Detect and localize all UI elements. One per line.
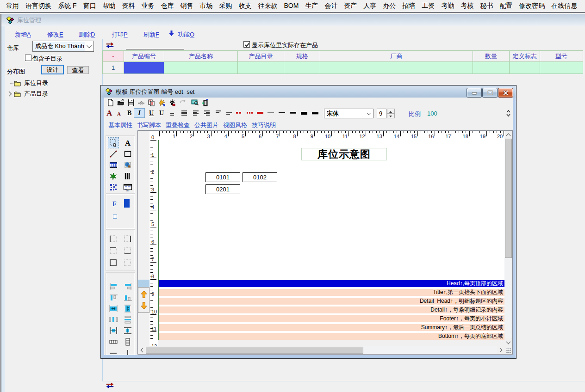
- menu-item[interactable]: 资产: [341, 0, 360, 12]
- row-selector-header[interactable]: -: [103, 51, 124, 61]
- show-products-checkbox[interactable]: [243, 41, 250, 48]
- editor-tab[interactable]: 基本属性: [108, 121, 132, 129]
- toolbar-link-E[interactable]: 修改E: [47, 31, 63, 39]
- menu-item[interactable]: 采购: [216, 0, 235, 12]
- scroll-up-icon[interactable]: [504, 131, 512, 139]
- menu-item[interactable]: 人事: [360, 0, 380, 12]
- close-button[interactable]: [498, 88, 513, 98]
- report-band-detail[interactable]: Detail↑，每条明细记录的内容: [159, 306, 504, 313]
- select-tool[interactable]: [108, 138, 118, 148]
- line-3px-icon[interactable]: [289, 111, 297, 115]
- toolbar-link-O[interactable]: 功能O: [178, 31, 194, 39]
- column-header[interactable]: 型号: [540, 51, 583, 61]
- spin-up-icon[interactable]: [387, 109, 395, 114]
- menu-item[interactable]: 秘书: [477, 0, 496, 12]
- editor-tab[interactable]: 书写脚本: [137, 121, 161, 129]
- font-large-button[interactable]: A: [106, 109, 112, 118]
- valign-middle-icon[interactable]: [226, 110, 232, 116]
- align-center-icon[interactable]: [181, 110, 187, 116]
- editor-tab[interactable]: 重叠检查: [166, 121, 190, 129]
- font-small-button[interactable]: A: [117, 111, 121, 116]
- editor-titlebar[interactable]: 模板 库位位置图 编号 edt_set: [101, 86, 516, 98]
- scroll-right-icon[interactable]: [497, 346, 504, 354]
- menu-item[interactable]: 会计: [321, 0, 341, 12]
- horizontal-scroll-thumb[interactable]: [146, 347, 363, 354]
- menu-item[interactable]: 语言切换: [22, 0, 55, 12]
- column-header[interactable]: 数量: [473, 51, 509, 61]
- swap-arrows-icon[interactable]: [106, 42, 114, 48]
- swap-arrows-icon[interactable]: [106, 382, 114, 388]
- undo-disabled-icon[interactable]: [180, 99, 187, 106]
- menu-item[interactable]: 修改密码: [516, 0, 548, 12]
- grid-rows-button[interactable]: [123, 336, 133, 347]
- tree-item[interactable]: 库位目录: [14, 80, 48, 87]
- insert-star-icon[interactable]: [158, 99, 166, 106]
- line-1px-icon[interactable]: [267, 111, 274, 115]
- table-tool[interactable]: [108, 160, 118, 170]
- location-cell-box[interactable]: 0101: [205, 172, 240, 182]
- include-subdir-checkbox[interactable]: [25, 55, 31, 61]
- move-band-up-icon[interactable]: [141, 290, 147, 298]
- report-band-footer[interactable]: Footer↑，每页的小计区域: [159, 315, 504, 322]
- toolbar-link-P[interactable]: 打印P: [112, 31, 128, 39]
- table-cell[interactable]: [540, 62, 583, 74]
- align-bottom-button[interactable]: [123, 292, 133, 303]
- menu-item[interactable]: 往来款: [255, 0, 280, 12]
- scroll-left-icon[interactable]: [138, 346, 146, 354]
- table-cell[interactable]: [284, 62, 320, 74]
- border-all-button[interactable]: [108, 257, 118, 269]
- menu-item[interactable]: 销售: [177, 0, 196, 12]
- align-left-icon[interactable]: [193, 110, 199, 116]
- menu-item[interactable]: 在线信息: [548, 0, 580, 12]
- updown-spinner-icon[interactable]: [506, 109, 511, 117]
- qrcode-tool[interactable]: [108, 182, 118, 192]
- copy-icon[interactable]: [148, 99, 155, 106]
- menu-item[interactable]: 配置: [496, 0, 516, 12]
- table-cell[interactable]: [124, 62, 164, 74]
- center-v-button[interactable]: [123, 303, 133, 314]
- column-header[interactable]: 产品目录: [238, 51, 284, 61]
- preview-icon[interactable]: [137, 99, 145, 106]
- menu-item[interactable]: 考勤: [438, 0, 457, 12]
- column-header[interactable]: 产品名称: [164, 51, 237, 61]
- location-cell-box[interactable]: 0201: [205, 184, 240, 194]
- align-top-button[interactable]: [108, 292, 118, 303]
- editor-tab[interactable]: 技巧说明: [252, 121, 276, 129]
- menu-item[interactable]: 系统 F: [55, 0, 80, 12]
- menu-item[interactable]: 工资: [418, 0, 438, 12]
- rect-tool[interactable]: [123, 149, 133, 159]
- vertical-scroll-thumb[interactable]: [505, 139, 512, 258]
- open-folder-icon[interactable]: [117, 99, 124, 106]
- red-thick-line-icon[interactable]: [256, 111, 264, 115]
- underline-button[interactable]: U: [149, 110, 154, 117]
- font-combobox-arrow-icon[interactable]: [365, 109, 373, 118]
- line-6px-icon[interactable]: [300, 111, 308, 116]
- report-band-title[interactable]: Title↑,第一页抬头下面的区域: [159, 289, 504, 296]
- row-number-cell[interactable]: 1: [103, 62, 124, 74]
- menu-item[interactable]: 资料: [118, 0, 138, 12]
- tree-item[interactable]: 产品目录: [14, 90, 48, 98]
- location-cell-box[interactable]: 0102: [243, 172, 277, 182]
- font-size-input[interactable]: 9: [377, 109, 386, 118]
- valign-top-icon[interactable]: [215, 110, 222, 116]
- scroll-down-icon[interactable]: [504, 338, 512, 346]
- table-cell[interactable]: [320, 62, 473, 74]
- align-right-icon[interactable]: [204, 110, 210, 116]
- screen-view-icon[interactable]: [191, 99, 199, 106]
- space-v-button[interactable]: [123, 314, 133, 325]
- report-band-head[interactable]: Head↑,每页顶部的区域: [159, 280, 504, 287]
- menu-item[interactable]: 考核: [457, 0, 477, 12]
- font-size-spinner[interactable]: [387, 109, 395, 118]
- toolbar-link-F[interactable]: 刷新F: [143, 31, 159, 39]
- column-header[interactable]: 定义标志: [510, 51, 540, 61]
- move-band-down-icon[interactable]: [141, 302, 147, 310]
- font-color-button[interactable]: F: [112, 201, 117, 208]
- search-input[interactable]: [126, 49, 184, 49]
- warehouse-combobox-arrow-icon[interactable]: [85, 41, 93, 51]
- warehouse-combobox[interactable]: 成品仓 Kho Thành F: [32, 41, 94, 52]
- center-h-button[interactable]: [108, 303, 118, 314]
- border-right-button[interactable]: [123, 233, 133, 245]
- report-band-detail_head[interactable]: Detail_Head↑，明细标题区的内容: [159, 298, 504, 305]
- tree-expand-icon[interactable]: [6, 91, 12, 96]
- table-cell[interactable]: [473, 62, 509, 74]
